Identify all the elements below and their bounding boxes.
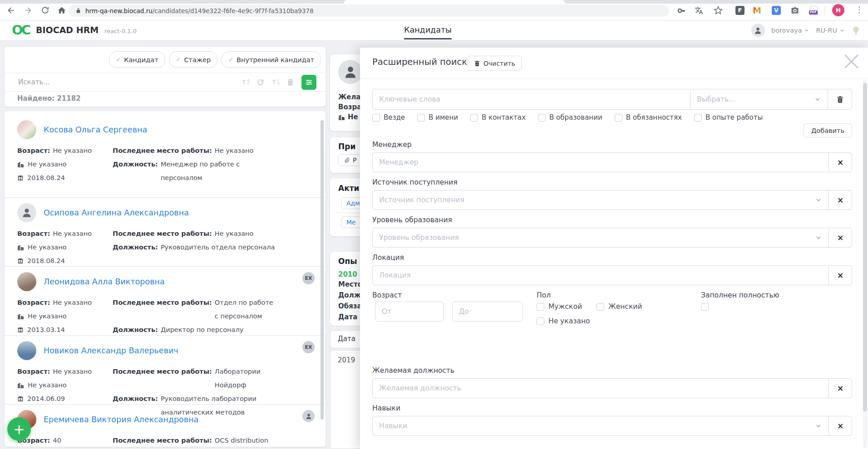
detail-avatar [338, 60, 362, 84]
source-input[interactable] [373, 190, 815, 210]
chip-internal-candidate[interactable]: ✓Внутренний кандидат [222, 51, 321, 68]
keywords-scope-select[interactable]: Выбрать... [690, 89, 828, 109]
candidate-name-link[interactable]: Еремичева Виктория Александровна [44, 415, 198, 424]
age-from-input[interactable] [375, 302, 444, 322]
chevron-down-icon [815, 196, 822, 204]
building-icon [17, 244, 24, 251]
education-level-select: × [372, 228, 852, 248]
refresh-icon[interactable] [256, 78, 264, 86]
trash-icon[interactable] [286, 78, 294, 86]
building-icon [17, 313, 24, 320]
search-input[interactable] [17, 78, 234, 87]
app-version: react-0.1.0 [104, 28, 137, 34]
lightbulb-icon[interactable] [851, 26, 861, 35]
url-text: hrm-qa-new.biocad.ru/candidates/d149e322… [85, 7, 314, 15]
advanced-filter-button[interactable] [301, 75, 316, 90]
calendar-icon [17, 395, 24, 402]
clear-desired-position-button[interactable]: × [829, 379, 852, 398]
extension-pdf-icon[interactable]: PDF [810, 6, 818, 15]
scope-checkbox-contacts[interactable] [470, 114, 478, 122]
candidate-name-link[interactable]: Новиков Александр Валерьевич [44, 346, 178, 355]
user-menu[interactable]: borovaya [771, 27, 810, 34]
scope-checkbox-duties[interactable] [615, 114, 622, 122]
extension-v-icon[interactable]: V [772, 6, 781, 15]
address-bar[interactable]: hrm-qa-new.biocad.ru/candidates/d149e322… [69, 5, 669, 17]
skills-input[interactable] [373, 416, 815, 435]
chip-intern[interactable]: ✓Стажер [169, 51, 218, 68]
location-field-label: Локация [372, 254, 852, 262]
candidate-list: Косова Ольга Сергеевна Возраст:Не указан… [5, 111, 326, 447]
location-input[interactable] [373, 266, 829, 285]
chip-candidate[interactable]: ✓Кандидат [109, 51, 165, 68]
status-badge: EX [302, 341, 315, 353]
translate-icon[interactable] [695, 6, 704, 15]
clear-location-button[interactable]: × [829, 266, 852, 285]
check-icon: ✓ [228, 56, 233, 63]
tab-candidates[interactable]: Кандидаты [404, 25, 452, 39]
chevron-down-icon [815, 234, 822, 241]
clear-skills-button[interactable]: × [829, 416, 852, 435]
paperclip-icon [344, 157, 350, 163]
add-condition-button[interactable]: Добавить [804, 123, 852, 137]
browser-active-tab[interactable] [344, 0, 565, 4]
password-key-icon[interactable] [677, 6, 686, 15]
browser-profile-avatar[interactable]: H [832, 4, 844, 16]
clear-education-button[interactable]: × [829, 228, 852, 247]
resume-attachment-button[interactable]: Р [338, 154, 362, 166]
scope-checkbox-education[interactable] [538, 114, 546, 122]
sort-alpha-icon[interactable]: ↑AZ [241, 79, 249, 85]
add-candidate-button[interactable]: + [7, 417, 31, 441]
candidate-card[interactable]: EX Новиков Александр Валерьевич Возраст:… [5, 336, 326, 405]
browser-chrome: hrm-qa-new.biocad.ru/candidates/d149e322… [0, 0, 868, 20]
sort-numeric-icon[interactable]: ↑19 [271, 79, 279, 85]
age-to-input[interactable] [452, 302, 523, 322]
home-icon[interactable] [57, 6, 66, 15]
avatar-placeholder [17, 203, 36, 222]
filled-checkbox[interactable] [701, 303, 709, 311]
advanced-search-panel: Расширенный поиск Очистить Выбрать... Ве… [360, 48, 868, 449]
avatar [17, 341, 36, 360]
browser-menu-icon[interactable]: ⋮ [855, 5, 863, 14]
list-scrollbar[interactable] [321, 120, 324, 420]
gender-checkbox-unspecified[interactable] [537, 317, 544, 325]
candidate-name-link[interactable]: Осипова Ангелина Александровна [44, 208, 189, 217]
clear-manager-button[interactable]: × [829, 153, 852, 172]
keywords-input[interactable] [373, 89, 690, 109]
manager-field-label: Менеджер [372, 141, 852, 149]
skills-select: × [372, 416, 852, 436]
gender-checkbox-female[interactable] [597, 303, 604, 311]
candidate-card[interactable]: EX Леонидова Алла Викторовна Возраст:Не … [5, 267, 326, 336]
desired-position-field: × [372, 378, 852, 398]
back-icon[interactable] [6, 6, 15, 15]
reload-icon[interactable] [41, 6, 50, 15]
forward-icon[interactable] [24, 6, 33, 15]
extension-m-icon[interactable]: M [753, 6, 761, 15]
skills-field-label: Навыки [372, 404, 852, 412]
candidate-card[interactable]: Осипова Ангелина Александровна Возраст:Н… [5, 198, 326, 267]
clear-filters-button[interactable]: Очистить [468, 56, 522, 71]
scope-checkbox-experience[interactable] [694, 114, 702, 122]
candidate-card[interactable]: Косова Ольга Сергеевна Возраст:Не указан… [5, 111, 326, 198]
close-icon[interactable] [841, 51, 862, 72]
candidate-card[interactable]: Еремичева Виктория Александровна Возраст… [5, 405, 326, 447]
gender-checkbox-male[interactable] [537, 303, 544, 311]
delete-keywords-button[interactable] [828, 89, 852, 109]
divider [825, 6, 825, 15]
candidate-name-link[interactable]: Косова Ольга Сергеевна [44, 125, 147, 134]
panel-title: Расширенный поиск [372, 57, 467, 67]
person-badge-icon [302, 410, 315, 422]
bookmark-star-icon[interactable] [714, 6, 723, 15]
user-avatar[interactable] [751, 24, 765, 37]
education-level-input[interactable] [373, 228, 815, 247]
overlay-scrollbar[interactable] [863, 83, 867, 411]
extension-camera-icon[interactable] [790, 6, 799, 15]
clear-source-button[interactable]: × [829, 190, 852, 210]
screen: hrm-qa-new.biocad.ru/candidates/d149e322… [0, 0, 868, 449]
scope-checkbox-name[interactable] [417, 114, 425, 122]
candidate-name-link[interactable]: Леонидова Алла Викторовна [44, 277, 165, 286]
extension-f-icon[interactable]: F [735, 6, 745, 15]
manager-input[interactable] [373, 153, 829, 172]
scope-checkbox-everywhere[interactable] [372, 114, 380, 122]
locale-menu[interactable]: RU-RU [816, 27, 845, 34]
desired-position-input[interactable] [373, 379, 829, 398]
